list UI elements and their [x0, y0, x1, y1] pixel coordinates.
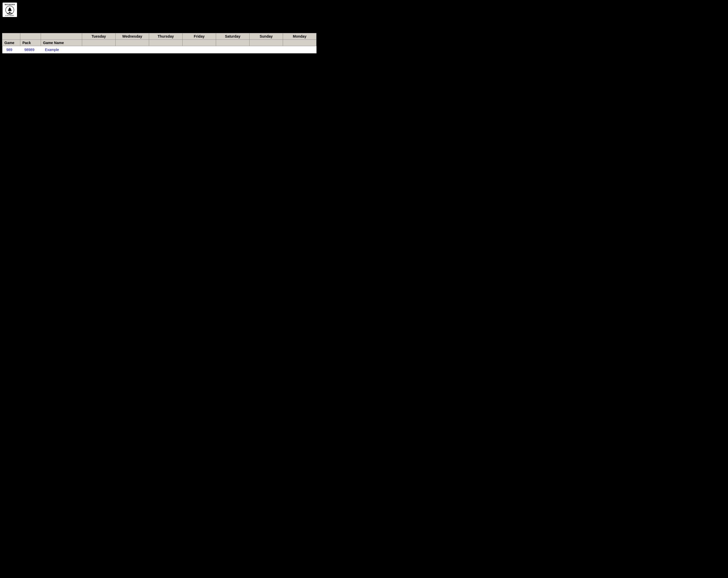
header-friday: Friday	[183, 33, 216, 40]
cell-thu	[149, 46, 183, 54]
header-wednesday: Wednesday	[115, 33, 149, 40]
header-tuesday: Tuesday	[82, 33, 115, 40]
svg-rect-1	[9, 11, 10, 13]
header-empty-2	[20, 33, 41, 40]
header-empty-3	[41, 33, 82, 40]
svg-marker-3	[8, 8, 12, 11]
cell-sat	[216, 46, 250, 54]
cell-game[interactable]: 989	[2, 46, 20, 54]
cell-fri	[183, 46, 216, 54]
header-empty-1	[2, 33, 20, 40]
col-day-empty-sun	[250, 40, 283, 46]
col-header-game: Game	[2, 40, 20, 46]
cell-pack[interactable]: 98989	[20, 46, 41, 54]
cell-game-name[interactable]: Example	[41, 46, 82, 54]
page-container: MICHIGAN LOTTERY	[0, 0, 728, 578]
schedule-table: Tuesday Wednesday Thursday Friday Saturd…	[2, 33, 316, 53]
pack-link[interactable]: 98989	[24, 48, 34, 52]
logo-text-michigan: MICHIGAN	[5, 4, 15, 5]
header-monday: Monday	[283, 33, 316, 40]
table-header-days-row: Tuesday Wednesday Thursday Friday Saturd…	[2, 33, 316, 40]
col-header-pack: Pack	[20, 40, 41, 46]
col-day-empty-fri	[183, 40, 216, 46]
game-name-link[interactable]: Example	[45, 48, 59, 52]
table-container: Tuesday Wednesday Thursday Friday Saturd…	[2, 33, 726, 53]
col-day-empty-mon	[283, 40, 316, 46]
logo-text-lottery: LOTTERY	[5, 15, 15, 16]
table-row: 989 98989 Example	[2, 46, 316, 54]
header-thursday: Thursday	[149, 33, 183, 40]
cell-mon	[283, 46, 316, 54]
table-header-columns-row: Game Pack Game Name	[2, 40, 316, 46]
game-link[interactable]: 989	[6, 48, 12, 52]
header-sunday: Sunday	[250, 33, 283, 40]
col-header-game-name: Game Name	[41, 40, 82, 46]
header-saturday: Saturday	[216, 33, 250, 40]
cell-sun	[250, 46, 283, 54]
logo-tree-icon	[5, 5, 15, 15]
logo-area: MICHIGAN LOTTERY	[2, 2, 726, 18]
michigan-lottery-logo: MICHIGAN LOTTERY	[2, 2, 18, 18]
cell-tue	[82, 46, 115, 54]
col-day-empty-tue	[82, 40, 115, 46]
col-day-empty-sat	[216, 40, 250, 46]
col-day-empty-thu	[149, 40, 183, 46]
col-day-empty-wed	[115, 40, 149, 46]
cell-wed	[115, 46, 149, 54]
